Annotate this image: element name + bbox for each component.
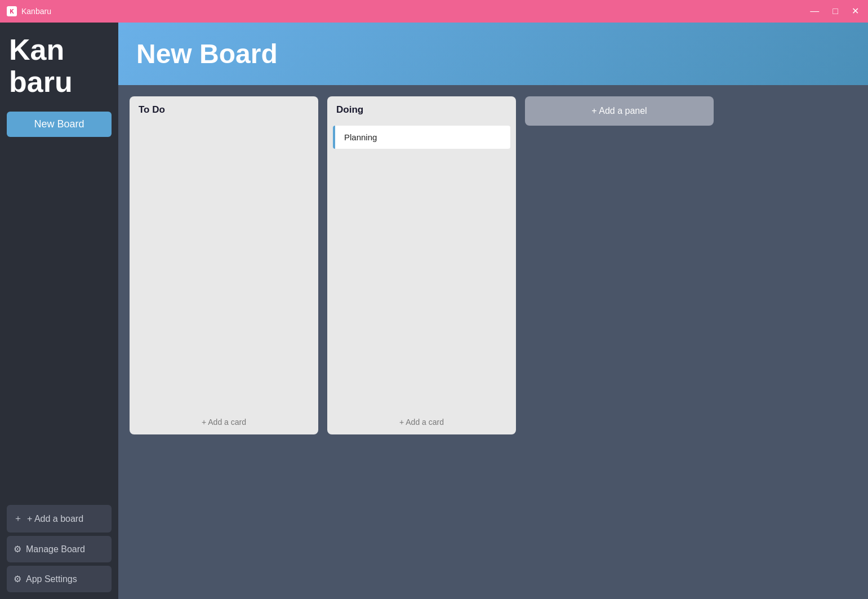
app-name: Kanbaru	[21, 7, 51, 16]
board-title: New Board	[136, 38, 850, 69]
panel-todo-body	[130, 121, 318, 412]
app-container: Kan baru New Board ＋ + Add a board ⚙ Man…	[0, 23, 868, 599]
sidebar-bottom: ＋ + Add a board ⚙ Manage Board ⚙ App Set…	[7, 505, 112, 592]
panel-todo-header: To Do	[130, 96, 318, 121]
add-board-button[interactable]: ＋ + Add a board	[7, 505, 112, 533]
new-board-sidebar-button[interactable]: New Board	[7, 112, 112, 137]
panel-doing-body: Planning	[327, 121, 516, 412]
sidebar-logo: Kan baru	[7, 34, 112, 98]
minimize-button[interactable]: —	[808, 6, 821, 17]
maximize-button[interactable]: □	[830, 6, 840, 17]
close-button[interactable]: ✕	[849, 6, 861, 17]
title-bar-left: K Kanbaru	[7, 6, 51, 16]
settings-gear-icon: ⚙	[14, 574, 21, 584]
plus-icon: ＋	[14, 513, 23, 525]
panel-todo-add-card[interactable]: + Add a card	[130, 412, 318, 434]
card-planning-text: Planning	[344, 132, 377, 142]
sidebar: Kan baru New Board ＋ + Add a board ⚙ Man…	[0, 23, 118, 599]
board-header: New Board	[118, 23, 868, 85]
manage-board-button[interactable]: ⚙ Manage Board	[7, 536, 112, 562]
card-planning[interactable]: Planning	[333, 126, 510, 149]
panel-doing: Doing Planning + Add a card	[327, 96, 516, 434]
add-board-label: + Add a board	[27, 514, 83, 524]
window-controls: — □ ✕	[808, 6, 861, 17]
app-icon: K	[7, 6, 17, 16]
app-settings-label: App Settings	[26, 574, 77, 584]
add-panel-button[interactable]: + Add a panel	[525, 96, 714, 126]
main-content: New Board To Do + Add a card Doing Plann…	[118, 23, 868, 599]
panel-doing-header: Doing	[327, 96, 516, 121]
logo-line1: Kan	[9, 33, 64, 66]
title-bar: K Kanbaru — □ ✕	[0, 0, 868, 23]
app-settings-button[interactable]: ⚙ App Settings	[7, 566, 112, 592]
panel-todo: To Do + Add a card	[130, 96, 318, 434]
sidebar-spacer	[7, 144, 112, 505]
panel-doing-add-card[interactable]: + Add a card	[327, 412, 516, 434]
logo-line2: baru	[9, 65, 73, 98]
board-area: To Do + Add a card Doing Planning + Add …	[118, 85, 868, 599]
manage-board-label: Manage Board	[26, 544, 85, 554]
gear-icon: ⚙	[14, 544, 21, 554]
